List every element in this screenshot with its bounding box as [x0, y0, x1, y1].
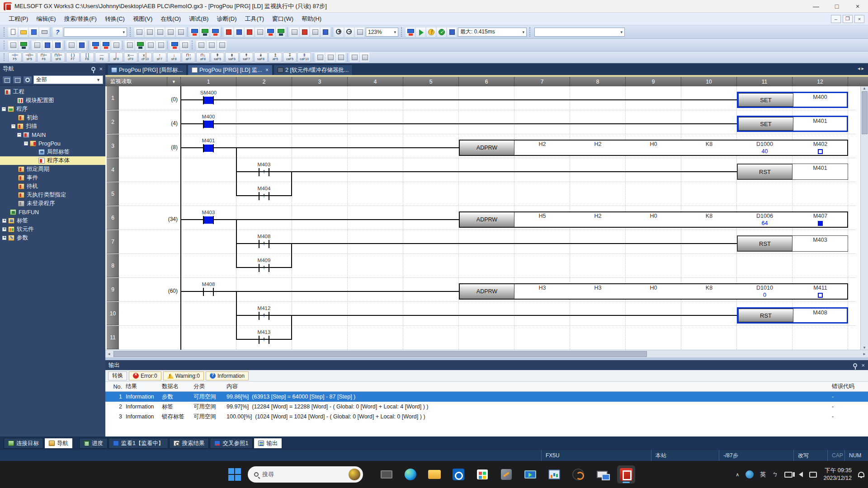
dock-tab[interactable]: 输出	[254, 438, 282, 449]
ladder-symbol-button[interactable]: ↟saF7	[240, 52, 253, 62]
check-program-button[interactable]	[437, 27, 446, 37]
module-config-button[interactable]	[32, 40, 42, 50]
menu-item[interactable]: 窗口(W)	[268, 13, 297, 25]
ladder-symbol-button[interactable]: ⇕caF10	[297, 52, 311, 62]
tree-filter-select[interactable]: 全部▼	[33, 75, 103, 84]
device-comment-button[interactable]	[189, 27, 199, 37]
tab-program-body[interactable]: ProgPou [PRG] [LD] 监... ×	[188, 65, 273, 75]
menu-item[interactable]: 工程(P)	[5, 13, 32, 25]
warning-filter-button[interactable]: Warning:0	[163, 371, 204, 380]
watch-start-button[interactable]	[276, 27, 285, 37]
tray-volume-icon[interactable]	[799, 472, 803, 477]
expand-icon[interactable]	[11, 124, 15, 128]
ladder-symbol-button[interactable]: ↑sF7	[153, 52, 166, 62]
window-cascade-button[interactable]	[310, 27, 320, 37]
monitor-mode-button[interactable]	[406, 27, 415, 37]
menu-item[interactable]: 编辑(E)	[32, 13, 60, 25]
read-from-plc-button[interactable]	[234, 27, 244, 37]
tree-item[interactable]: 程序本体	[0, 156, 105, 165]
note-display-button[interactable]	[111, 40, 121, 50]
element-selection-button[interactable]	[19, 40, 28, 50]
tab-device-buffer[interactable]: 2 [软元件/缓冲存储器批...	[274, 65, 353, 75]
cut-button[interactable]	[134, 27, 144, 37]
pause-monitor-button[interactable]	[426, 27, 436, 37]
remote-operation-button[interactable]	[255, 27, 264, 37]
label-display-button[interactable]	[146, 40, 155, 50]
scan-time-combo[interactable]: 最大: 0.415ms▾	[458, 28, 527, 37]
taskbar-app-chart[interactable]	[545, 465, 563, 483]
child-minimize-button[interactable]: –	[831, 15, 841, 23]
help-button[interactable]	[53, 27, 62, 37]
docking-window3-button[interactable]	[217, 40, 226, 50]
ladder-symbol-button[interactable]: ↧caF5	[283, 52, 297, 62]
ladder-symbol-button[interactable]: ⊓/⊢sF6	[52, 52, 65, 62]
dock-tab[interactable]: 导航	[44, 438, 73, 449]
taskbar-app-monitor[interactable]	[521, 465, 539, 483]
notification-bell-icon[interactable]	[858, 472, 864, 477]
child-close-button[interactable]: ×	[854, 15, 864, 23]
statement-display-button[interactable]	[101, 40, 110, 50]
ladder-symbol-button[interactable]: ⊣⊢F5	[8, 52, 22, 62]
contact-rising-edge[interactable]: M413 ↑	[246, 329, 282, 344]
contact-normally-open[interactable]: M408 ↑	[190, 282, 226, 296]
simulation-start-button[interactable]	[416, 27, 425, 37]
close-button[interactable]: ×	[847, 0, 868, 12]
menu-item[interactable]: 工具(T)	[241, 13, 268, 25]
edit-mode-button[interactable]	[326, 52, 335, 62]
device-memory-button[interactable]	[200, 27, 209, 37]
tab-local-labels[interactable]: ProgPou [PRG] [局部标...	[107, 65, 187, 75]
search-device-button[interactable]	[180, 40, 189, 50]
window-tile-button[interactable]	[321, 27, 330, 37]
maximize-button[interactable]: □	[826, 0, 847, 12]
expand-icon[interactable]	[24, 141, 28, 145]
close-panel-icon[interactable]	[861, 362, 865, 369]
undo-button[interactable]	[165, 27, 175, 37]
pin-icon[interactable]	[853, 363, 857, 367]
pin-icon[interactable]	[91, 67, 95, 71]
device-statement-button[interactable]	[210, 27, 220, 37]
taskbar-search[interactable]: 搜尋	[248, 466, 363, 483]
quick-access-combo[interactable]: ▾	[64, 28, 127, 37]
jump-prev-button[interactable]	[289, 27, 299, 37]
docking-window2-button[interactable]	[207, 40, 216, 50]
docking-window1-button[interactable]	[196, 40, 206, 50]
contact-rising-edge[interactable]: M408 ↑	[246, 234, 282, 248]
ime-input-indicator[interactable]: ㄅ	[772, 470, 778, 479]
child-restore-button[interactable]: ❐	[843, 15, 853, 23]
expand-icon[interactable]	[2, 219, 6, 223]
tree-item[interactable]: 模块配置图	[0, 96, 105, 105]
menu-item[interactable]: 视图(V)	[129, 13, 156, 25]
tree-item[interactable]: 无执行类型指定	[0, 191, 105, 199]
statement-button[interactable]	[349, 52, 359, 62]
tree-item[interactable]: 待机	[0, 182, 105, 191]
ladder-symbol-button[interactable]: x│cF10	[138, 52, 152, 62]
tree-item[interactable]: MAIN	[0, 131, 105, 139]
adprw-instruction[interactable]: ADPRW H5 H2 H0 K8 D100664 M407	[459, 211, 848, 228]
ladder-symbol-button[interactable]: │sF9	[109, 52, 123, 62]
ime-language-indicator[interactable]: 英	[760, 470, 766, 479]
tree-item[interactable]: 事件	[0, 174, 105, 182]
ladder-symbol-button[interactable]: [ ]F8	[80, 52, 94, 62]
inline-st-button[interactable]	[315, 52, 325, 62]
comment-button[interactable]	[336, 52, 345, 62]
contact-rising-edge[interactable]: M412 ↑	[246, 305, 282, 320]
taskbar-app-outlook[interactable]	[449, 465, 467, 483]
ladder-symbol-button[interactable]: ⊓⊢F6	[37, 52, 51, 62]
start-button[interactable]	[228, 468, 241, 481]
zoom-level-combo[interactable]: 123%▾	[366, 28, 398, 37]
taskbar-app-gx-works3[interactable]	[617, 465, 635, 483]
minimize-button[interactable]: —	[806, 0, 826, 12]
verify-button[interactable]	[245, 27, 254, 37]
expand-icon[interactable]	[2, 227, 6, 231]
contact-rising-edge[interactable]: M403 ↑	[246, 162, 282, 176]
tree-item[interactable]: 软元件	[0, 225, 105, 234]
contact-normally-open[interactable]: M400 ↑	[190, 114, 226, 128]
find-combo[interactable]: ▾	[534, 28, 625, 37]
dock-tab[interactable]: 连接目标	[4, 438, 43, 449]
information-filter-button[interactable]: Information	[206, 371, 249, 380]
ladder-symbol-button[interactable]: ↡saF8	[254, 52, 268, 62]
tree-item[interactable]: 扫描	[0, 122, 105, 131]
scrollbar-thumb[interactable]	[862, 91, 868, 134]
contact-rising-edge[interactable]: M409 ↑	[246, 258, 282, 272]
comment-edit-button[interactable]	[156, 40, 165, 50]
